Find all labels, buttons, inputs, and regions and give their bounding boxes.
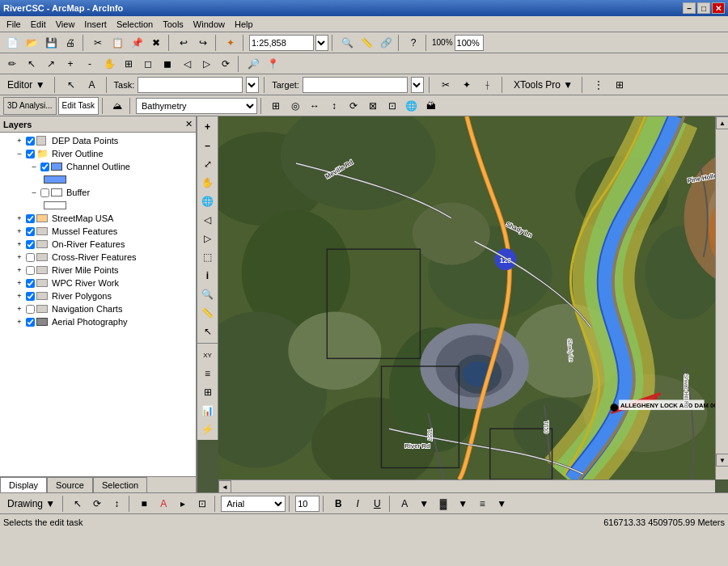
expand-buffer[interactable]: – xyxy=(29,188,39,197)
lightning-tool[interactable]: ⚡ xyxy=(199,420,217,438)
close-button[interactable]: ✕ xyxy=(712,2,725,14)
save-button[interactable]: 💾 xyxy=(42,34,60,52)
zoom-in-button[interactable]: + xyxy=(61,55,79,73)
globe-nav[interactable]: 🌐 xyxy=(199,192,217,210)
help-button[interactable]: ? xyxy=(404,34,422,52)
analysis-btn7[interactable]: ⊡ xyxy=(383,97,401,115)
underline-btn[interactable]: U xyxy=(368,495,386,513)
analysis-tab2[interactable]: Edit Task xyxy=(58,97,99,115)
zoom-out-button[interactable]: - xyxy=(81,55,99,73)
tab-display[interactable]: Display xyxy=(0,477,47,492)
scale-input[interactable]: 1:25,858 xyxy=(249,35,314,51)
h-scroll-thumb[interactable] xyxy=(231,480,702,492)
layer-streetmap[interactable]: + StreetMap USA xyxy=(0,212,196,225)
expand-channel[interactable]: – xyxy=(29,162,39,171)
layer-cross-river[interactable]: + Cross-River Features xyxy=(0,251,196,264)
analysis-btn6[interactable]: ⊠ xyxy=(364,97,382,115)
check-cross-river[interactable] xyxy=(26,253,35,262)
bathymetry-dropdown[interactable]: Bathymetry xyxy=(136,98,257,114)
layer-river-mile[interactable]: + River Mile Points xyxy=(0,264,196,277)
snap-btn[interactable]: ⋮ xyxy=(590,76,607,94)
zoom-input[interactable] xyxy=(455,35,484,51)
check-nav-charts[interactable] xyxy=(26,305,35,314)
check-on-river[interactable] xyxy=(26,240,35,249)
layer-on-river[interactable]: + On-River Features xyxy=(0,238,196,251)
identify-nav[interactable]: i xyxy=(199,267,217,285)
edit-vertices-button[interactable]: ✏ xyxy=(3,55,21,73)
nudge-draw-btn[interactable]: ↕ xyxy=(108,495,125,513)
scroll-left-arrow[interactable]: ◄ xyxy=(218,480,231,492)
snap-btn2[interactable]: ⊞ xyxy=(611,76,629,94)
check-river-mile[interactable] xyxy=(26,266,35,275)
scroll-down-arrow[interactable]: ▼ xyxy=(716,454,728,467)
font-size-input[interactable] xyxy=(295,496,320,512)
map-area[interactable]: + – ⤢ ✋ 🌐 ◁ ▷ ⬚ i 🔍 📏 ↖ XY ≡ ⊞ 📊 ⚡ xyxy=(197,116,728,492)
target-input[interactable] xyxy=(303,77,408,93)
analysis-tab1[interactable]: 3D Analysi... xyxy=(3,97,57,115)
check-aerial[interactable] xyxy=(26,318,35,327)
toc-content[interactable]: + DEP Data Points – 📁 River Outline – xyxy=(0,133,196,476)
bold-btn[interactable]: B xyxy=(329,495,347,513)
delete-button[interactable]: ✖ xyxy=(147,34,165,52)
edit-btn1[interactable]: ✂ xyxy=(437,76,455,94)
select-nav[interactable]: ⬚ xyxy=(199,248,217,266)
identify-button[interactable]: 🔍 xyxy=(338,34,356,52)
check-mussel[interactable] xyxy=(26,227,35,236)
menu-file[interactable]: File xyxy=(2,18,26,31)
map-canvas[interactable]: 128 xyxy=(218,116,715,479)
edit-tool-button[interactable]: ↖ xyxy=(62,76,80,94)
add-data-button[interactable]: ✦ xyxy=(222,34,239,52)
route-tool2[interactable]: ⊞ xyxy=(199,383,217,401)
analysis-btn4[interactable]: ↕ xyxy=(325,97,343,115)
edit-btn2[interactable]: ✦ xyxy=(458,76,476,94)
check-channel[interactable] xyxy=(40,163,49,171)
menu-window[interactable]: Window xyxy=(188,18,230,31)
expand-wpc[interactable]: + xyxy=(15,278,24,288)
undo-button[interactable]: ↩ xyxy=(175,34,193,52)
layer-dep-data-points[interactable]: + DEP Data Points xyxy=(0,134,196,147)
expand-mussel[interactable]: + xyxy=(15,226,24,236)
drawing-dropdown-btn[interactable]: Drawing ▼ xyxy=(3,495,59,513)
new-button[interactable]: 📄 xyxy=(3,34,21,52)
task-input[interactable]: Create New Feature xyxy=(138,77,243,93)
check-streetmap[interactable] xyxy=(26,214,35,223)
rotate-button[interactable]: ⟳ xyxy=(217,55,235,73)
hyperlink-button[interactable]: 🔗 xyxy=(377,34,395,52)
pan-nav[interactable]: ✋ xyxy=(199,174,217,192)
target-dropdown[interactable] xyxy=(411,77,424,93)
route-tool[interactable]: ≡ xyxy=(199,365,217,382)
edit-btn3[interactable]: ⟊ xyxy=(479,76,497,94)
layer-nav-charts[interactable]: + Navigation Charts xyxy=(0,302,196,315)
zoom-in-nav[interactable]: + xyxy=(199,118,217,136)
full-extent-nav[interactable]: ⤢ xyxy=(199,155,217,173)
tab-selection[interactable]: Selection xyxy=(93,477,147,492)
analysis-btn8[interactable]: 🌐 xyxy=(403,97,421,115)
analysis-btn3[interactable]: ↔ xyxy=(306,97,324,115)
xy-tool[interactable]: XY xyxy=(199,346,217,364)
find-nav[interactable]: 🔍 xyxy=(199,285,217,303)
scroll-up-arrow[interactable]: ▲ xyxy=(716,116,728,129)
font-color-drop[interactable]: ▼ xyxy=(415,495,433,513)
analysis-btn1[interactable]: ⊞ xyxy=(267,97,285,115)
menu-help[interactable]: Help xyxy=(230,18,258,31)
measure-button[interactable]: 📏 xyxy=(358,34,375,52)
print-button[interactable]: 🖨 xyxy=(61,34,79,52)
v-scrollbar[interactable]: ▲ ▼ xyxy=(715,116,728,479)
analysis-btn5[interactable]: ⟳ xyxy=(345,97,362,115)
menu-view[interactable]: View xyxy=(51,18,80,31)
expand-river-mile[interactable]: + xyxy=(15,265,24,275)
measure-nav[interactable]: 📏 xyxy=(199,304,217,322)
align-left-btn[interactable]: ≡ xyxy=(473,495,491,513)
text-color-btn[interactable]: A xyxy=(154,495,172,513)
open-button[interactable]: 📂 xyxy=(23,34,40,52)
check-dep[interactable] xyxy=(26,137,35,146)
pan-button[interactable]: ✋ xyxy=(100,55,118,73)
layer-river-polygons[interactable]: + River Polygons xyxy=(0,289,196,302)
menu-tools[interactable]: Tools xyxy=(158,18,188,31)
zoom-selection-button[interactable]: ◼ xyxy=(159,55,176,73)
task-dropdown[interactable] xyxy=(246,77,259,93)
zoom-layer-button[interactable]: ◻ xyxy=(139,55,157,73)
select-draw-btn[interactable]: ↖ xyxy=(69,495,87,513)
h-scrollbar[interactable]: ◄ ► xyxy=(218,479,715,492)
toc-close-button[interactable]: ✕ xyxy=(185,119,193,129)
